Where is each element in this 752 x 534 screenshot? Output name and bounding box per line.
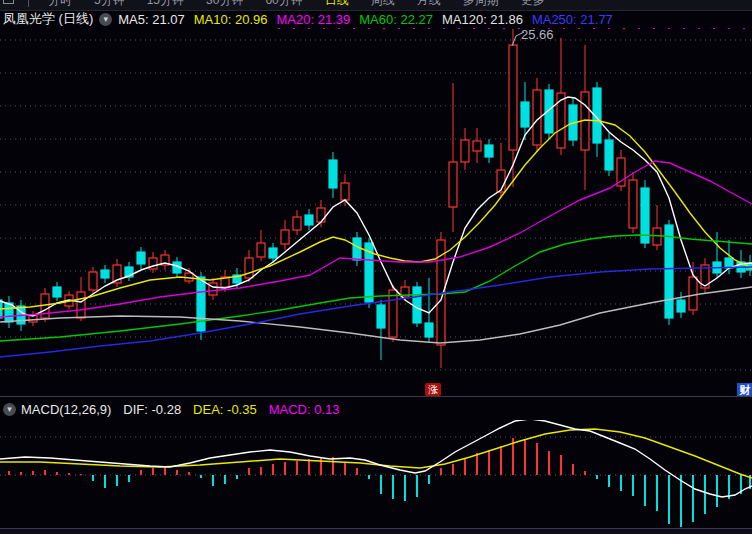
period-tab-30分钟[interactable]: 30分钟 [195, 0, 254, 9]
ma-value-ma10: MA10: 20.96 [194, 12, 268, 27]
period-tab-更多[interactable]: 更多 [510, 0, 556, 9]
macd-canvas[interactable] [0, 420, 752, 528]
period-tab-月线[interactable]: 月线 [406, 0, 452, 9]
ma-value-ma60: MA60: 22.27 [359, 12, 433, 27]
panel-divider[interactable] [0, 396, 752, 397]
macd-title: MACD(12,26,9) [21, 402, 111, 417]
chart-header: 凤凰光学 (日线) ▾ MA5: 21.07MA10: 20.96MA20: 2… [0, 10, 752, 28]
macd-value-dea: DEA: -0.35 [193, 402, 257, 417]
ma-value-ma250: MA250: 21.77 [532, 12, 613, 27]
period-tabs-row: 分时5分钟15分钟30分钟60分钟日线周线月线多周期更多 [0, 0, 556, 9]
macd-values-row: DIF: -0.28DEA: -0.35MACD: 0.13 [123, 402, 351, 417]
period-tab-日线[interactable]: 日线 [314, 0, 360, 9]
period-tab-5分钟[interactable]: 5分钟 [83, 0, 136, 9]
high-price-annotation: 25.66 [521, 27, 554, 42]
ma-values-row: MA5: 21.07MA10: 20.96MA20: 21.39MA60: 22… [118, 12, 622, 27]
bottom-strip [0, 528, 752, 534]
stock-chart-app: 分时5分钟15分钟30分钟60分钟日线周线月线多周期更多 凤凰光学 (日线) ▾… [0, 0, 752, 534]
window-icon[interactable] [3, 0, 14, 4]
period-tab-分时[interactable]: 分时 [37, 0, 83, 9]
corner-logo-badge: 财 [737, 383, 752, 397]
period-tab-60分钟[interactable]: 60分钟 [254, 0, 313, 9]
period-tab-15分钟[interactable]: 15分钟 [136, 0, 195, 9]
macd-value-macd: MACD: 0.13 [269, 402, 340, 417]
ma-value-ma120: MA120: 21.86 [442, 12, 523, 27]
period-tab-周线[interactable]: 周线 [360, 0, 406, 9]
macd-value-dif: DIF: -0.28 [123, 402, 181, 417]
tabbar-divider [28, 0, 29, 7]
chevron-down-icon[interactable]: ▾ [99, 13, 112, 26]
period-tab-多周期[interactable]: 多周期 [452, 0, 510, 9]
rise-marker-badge: 涨 [425, 383, 441, 396]
macd-header: ▾ MACD(12,26,9) DIF: -0.28DEA: -0.35MACD… [0, 398, 752, 420]
ma-value-ma5: MA5: 21.07 [118, 12, 185, 27]
chevron-down-icon[interactable]: ▾ [3, 403, 16, 416]
ma-value-ma20: MA20: 21.39 [277, 12, 351, 27]
main-chart-canvas[interactable] [0, 28, 752, 396]
stock-title: 凤凰光学 (日线) [3, 10, 93, 28]
